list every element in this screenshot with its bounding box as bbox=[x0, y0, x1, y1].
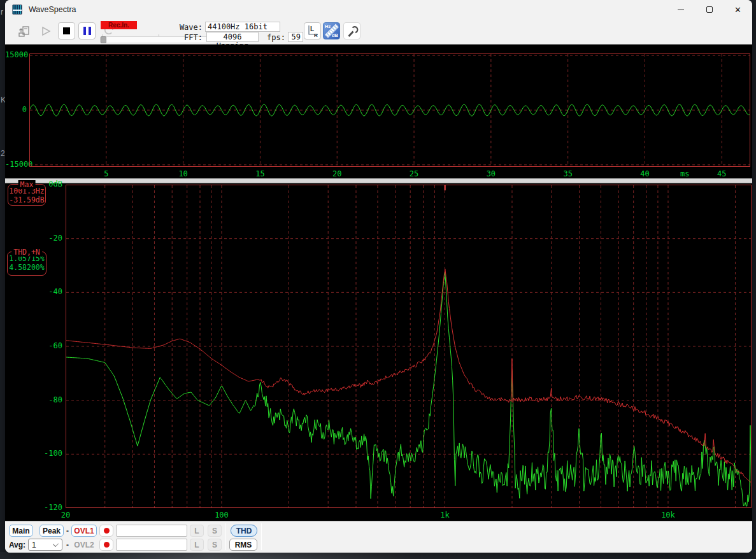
dash-separator: - bbox=[64, 539, 71, 551]
spectrum-x-tick-label: 10k bbox=[661, 511, 675, 520]
wave-x-tick-label: 15 bbox=[255, 169, 264, 178]
spectrum-plot bbox=[66, 185, 752, 508]
open-file-button[interactable] bbox=[15, 22, 32, 39]
slider-tick bbox=[159, 34, 159, 36]
ovl1-load-button[interactable]: L bbox=[190, 525, 204, 537]
fft-settings-field[interactable]: 4096 Hanning bbox=[206, 32, 259, 42]
thd-readout-title: THD,+N bbox=[11, 248, 42, 257]
spectrum-y-tick-label: -80 bbox=[5, 395, 62, 404]
main-button[interactable]: Main bbox=[9, 525, 33, 537]
wave-x-tick-label: 10 bbox=[178, 169, 187, 178]
fps-label: fps: bbox=[265, 33, 285, 42]
spectrum-x-tick-label: 20 bbox=[61, 511, 70, 520]
ovl2-save-button[interactable]: S bbox=[208, 539, 222, 551]
wave-x-tick-label: 35 bbox=[563, 169, 572, 178]
db-label: dB bbox=[332, 32, 338, 38]
wave-label: Wave: bbox=[164, 23, 203, 32]
wave-y-tick-label: 0 bbox=[5, 105, 27, 114]
ovl1-save-button[interactable]: S bbox=[208, 525, 222, 537]
wave-x-tick-label: 25 bbox=[410, 169, 418, 178]
waveform-panel: 150000-15000 51015202530354045ms bbox=[5, 45, 752, 178]
bottom-control-bar: Main Peak - OVL1 L S THD Avg: 1 - OVL2 L… bbox=[5, 521, 752, 553]
spectrum-y-tick-label: -40 bbox=[5, 287, 62, 296]
red-dot-icon bbox=[104, 542, 110, 548]
maximize-button[interactable] bbox=[695, 0, 724, 19]
red-dot-icon bbox=[104, 528, 110, 534]
wave-x-tick-label: 5 bbox=[104, 169, 108, 178]
spectrum-x-tick-label: 1k bbox=[440, 511, 449, 520]
thd-mode-button[interactable]: THD bbox=[231, 525, 257, 537]
spectrum-svg bbox=[66, 185, 752, 508]
minimize-button[interactable] bbox=[666, 0, 695, 19]
ovl1-button[interactable]: OVL1 bbox=[71, 525, 97, 537]
rec-in-badge: Rec.In. bbox=[101, 21, 137, 29]
close-button[interactable]: ✕ bbox=[724, 0, 752, 19]
ovl2-label: OVL2 bbox=[71, 539, 97, 551]
spectrum-y-tick-label: -120 bbox=[5, 503, 62, 512]
pause-icon bbox=[83, 27, 91, 35]
close-icon: ✕ bbox=[734, 6, 741, 14]
hz-db-scale-button[interactable]: Hz dB bbox=[323, 22, 340, 39]
avg-label: Avg: bbox=[8, 539, 27, 551]
peak-button[interactable]: Peak bbox=[39, 525, 64, 537]
play-icon bbox=[38, 24, 53, 39]
chevron-down-icon bbox=[53, 541, 59, 547]
wave-x-tick-label: 40 bbox=[640, 169, 649, 178]
svg-text:R: R bbox=[314, 32, 318, 38]
desktop-fragment: 2 bbox=[1, 149, 5, 158]
app-icon bbox=[12, 4, 22, 15]
group-separator bbox=[261, 523, 262, 550]
fft-label: FFT: bbox=[164, 33, 203, 42]
desktop-fragment: r bbox=[1, 8, 3, 17]
ovl2-load-button[interactable]: L bbox=[190, 539, 204, 551]
panel-separator bbox=[5, 178, 752, 183]
minimize-icon bbox=[678, 10, 684, 10]
spectrum-panel: Max 1001.3Hz -31.59dB THD,+N 1.05715% 4.… bbox=[5, 183, 752, 521]
stop-button[interactable] bbox=[58, 22, 75, 39]
position-slider-thumb[interactable] bbox=[101, 36, 106, 43]
hz-label: Hz bbox=[325, 24, 331, 29]
waveform-svg bbox=[29, 53, 750, 167]
settings-button[interactable] bbox=[343, 22, 360, 39]
fps-field[interactable]: 59 bbox=[288, 32, 303, 42]
spectrum-y-tick-label: 0dB bbox=[5, 180, 62, 188]
wave-x-tick-label: 30 bbox=[487, 169, 496, 178]
window-title: WaveSpectra bbox=[29, 0, 76, 19]
dash-separator: - bbox=[64, 525, 71, 537]
ovl2-comment-input[interactable] bbox=[116, 539, 187, 551]
titlebar[interactable]: WaveSpectra ✕ bbox=[5, 0, 752, 19]
lr-axis-icon: L R bbox=[305, 24, 320, 38]
spectrum-y-tick-label: -100 bbox=[5, 449, 62, 458]
thd-readout: THD,+N 1.05715% 4.58200% bbox=[7, 251, 46, 276]
pause-button[interactable] bbox=[78, 22, 96, 39]
avg-select[interactable]: 1 bbox=[28, 539, 62, 551]
wave-x-unit-label: ms bbox=[680, 169, 689, 178]
wavespectra-window: WaveSpectra ✕ bbox=[5, 0, 752, 553]
svg-text:L: L bbox=[310, 25, 314, 32]
avg-value: 1 bbox=[32, 541, 36, 549]
open-file-icon bbox=[17, 24, 32, 39]
waveform-plot bbox=[29, 53, 750, 167]
maximize-icon bbox=[706, 6, 713, 13]
stop-icon bbox=[63, 27, 70, 34]
wave-format-field[interactable]: 44100Hz 16bit 2ch bbox=[205, 22, 280, 32]
ovl1-record-button[interactable] bbox=[99, 525, 113, 537]
max-level-value: -31.59dB bbox=[8, 195, 45, 204]
group-separator bbox=[225, 523, 226, 550]
ovl1-comment-input[interactable] bbox=[116, 525, 187, 537]
rms-mode-button[interactable]: RMS bbox=[229, 539, 257, 551]
play-button[interactable] bbox=[37, 22, 54, 39]
ovl2-record-button[interactable] bbox=[99, 539, 113, 551]
desktop-streak bbox=[0, 552, 756, 559]
wave-x-tick-label: 45 bbox=[717, 169, 726, 178]
lr-channel-button[interactable]: L R bbox=[304, 22, 321, 39]
wave-y-tick-label: -15000 bbox=[5, 160, 27, 169]
spectrum-x-tick-label: 100 bbox=[215, 511, 229, 520]
spectrum-y-tick-label: -60 bbox=[5, 341, 62, 350]
wrench-icon bbox=[345, 24, 360, 39]
thd-value-2: 4.58200% bbox=[8, 263, 46, 272]
wave-y-tick-label: 15000 bbox=[5, 50, 27, 59]
wave-x-tick-label: 20 bbox=[332, 169, 341, 178]
spectrum-y-tick-label: -20 bbox=[5, 234, 62, 243]
toolbar: Rec.In. Wave: 44100Hz 16bit 2ch FFT: 409… bbox=[5, 19, 752, 45]
